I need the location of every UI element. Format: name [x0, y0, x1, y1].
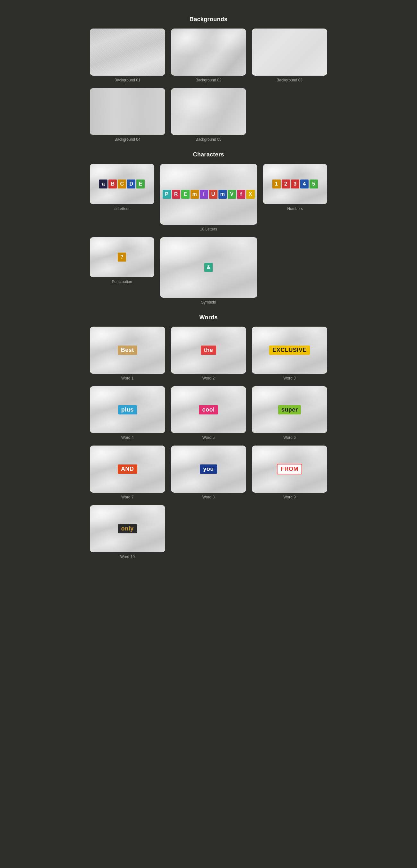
- char-thumbnail[interactable]: 12345: [263, 164, 328, 204]
- item-label: Word 10: [120, 555, 135, 559]
- item-label: Background 01: [115, 78, 141, 82]
- section-grid: Background 01Background 02Background 03B…: [90, 29, 327, 142]
- char-block: P: [162, 190, 171, 199]
- word-thumbnail[interactable]: you: [171, 445, 246, 493]
- word-thumbnail[interactable]: FROM: [252, 445, 327, 493]
- grid-item[interactable]: FROMWord 9: [252, 445, 327, 499]
- word-thumbnail[interactable]: Best: [90, 327, 165, 374]
- char-block: 5: [309, 180, 318, 188]
- char-block: R: [172, 190, 180, 199]
- grid-item[interactable]: &Symbols: [160, 237, 257, 305]
- item-label: Background 05: [196, 137, 222, 142]
- char-block: E: [181, 190, 189, 199]
- grid-item[interactable]: PREmiUmVfX10 Letters: [160, 164, 257, 231]
- char-block: &: [204, 263, 213, 272]
- word-thumbnail[interactable]: cool: [171, 386, 246, 433]
- bg-thumbnail[interactable]: [252, 29, 327, 75]
- bg-thumbnail[interactable]: [171, 88, 246, 135]
- char-block: ?: [118, 253, 126, 261]
- item-label: Word 4: [121, 435, 133, 440]
- item-label: Word 3: [283, 376, 295, 380]
- grid-item[interactable]: Background 03: [252, 29, 327, 82]
- item-label: 10 Letters: [200, 227, 217, 231]
- word-badge: Best: [118, 345, 137, 355]
- item-label: Word 5: [202, 435, 215, 440]
- grid-item[interactable]: Background 01: [90, 29, 165, 82]
- char-block: f: [237, 190, 245, 199]
- char-block: 3: [291, 180, 299, 188]
- item-label: Word 1: [121, 376, 133, 380]
- bg-thumbnail[interactable]: [171, 29, 246, 75]
- grid-item[interactable]: aBCDE5 Letters: [90, 164, 154, 231]
- item-label: Background 04: [115, 137, 141, 142]
- char-block: U: [209, 190, 217, 199]
- grid-item[interactable]: BestWord 1: [90, 327, 165, 380]
- grid-item[interactable]: coolWord 5: [171, 386, 246, 440]
- word-badge: FROM: [277, 464, 302, 474]
- char-block: m: [190, 190, 199, 199]
- item-label: Word 6: [283, 435, 295, 440]
- section-title: Backgrounds: [3, 16, 414, 23]
- char-block: D: [127, 180, 136, 188]
- char-block: V: [228, 190, 236, 199]
- word-thumbnail[interactable]: EXCLUSIVE: [252, 327, 327, 374]
- grid-item[interactable]: 12345Numbers: [263, 164, 328, 231]
- char-block: C: [118, 180, 126, 188]
- char-block: X: [246, 190, 255, 199]
- bg-thumbnail[interactable]: [90, 29, 165, 75]
- word-badge: you: [200, 464, 217, 474]
- item-label: Background 02: [196, 78, 222, 82]
- char-thumbnail[interactable]: aBCDE: [90, 164, 154, 204]
- word-badge: plus: [118, 405, 137, 414]
- word-thumbnail[interactable]: super: [252, 386, 327, 433]
- word-badge: cool: [199, 405, 218, 414]
- item-label: Word 9: [283, 495, 295, 499]
- char-block: 2: [281, 180, 290, 188]
- grid-item[interactable]: theWord 2: [171, 327, 246, 380]
- char-block: E: [136, 180, 145, 188]
- word-badge: the: [201, 345, 216, 355]
- word-thumbnail[interactable]: only: [90, 505, 165, 552]
- word-badge: only: [118, 524, 137, 533]
- grid-item[interactable]: EXCLUSIVEWord 3: [252, 327, 327, 380]
- grid-item[interactable]: Background 02: [171, 29, 246, 82]
- word-badge: AND: [118, 464, 137, 474]
- grid-item[interactable]: superWord 6: [252, 386, 327, 440]
- item-label: 5 Letters: [115, 207, 129, 211]
- char-block: i: [200, 190, 208, 199]
- char-thumbnail[interactable]: ?: [90, 237, 154, 277]
- grid-item[interactable]: ANDWord 7: [90, 445, 165, 499]
- word-thumbnail[interactable]: AND: [90, 445, 165, 493]
- word-badge: EXCLUSIVE: [269, 345, 310, 355]
- section-title: Characters: [3, 151, 414, 158]
- app-container: BackgroundsBackground 01Background 02Bac…: [3, 16, 414, 559]
- word-badge: super: [278, 405, 301, 414]
- section-grid: aBCDE5 LettersPREmiUmVfX10 Letters12345N…: [90, 164, 327, 305]
- item-label: Numbers: [287, 207, 303, 211]
- char-block: B: [109, 180, 117, 188]
- word-thumbnail[interactable]: the: [171, 327, 246, 374]
- item-label: Word 8: [202, 495, 215, 499]
- bg-thumbnail[interactable]: [90, 88, 165, 135]
- char-block: 4: [300, 180, 308, 188]
- char-thumbnail[interactable]: PREmiUmVfX: [160, 164, 257, 224]
- word-thumbnail[interactable]: plus: [90, 386, 165, 433]
- item-label: Word 7: [121, 495, 133, 499]
- section-grid: BestWord 1theWord 2EXCLUSIVEWord 3plusWo…: [90, 327, 327, 559]
- char-block: 1: [272, 180, 281, 188]
- grid-item[interactable]: youWord 8: [171, 445, 246, 499]
- grid-item[interactable]: Background 05: [171, 88, 246, 142]
- item-label: Punctuation: [112, 279, 132, 284]
- char-block: a: [99, 180, 108, 188]
- section-title: Words: [3, 314, 414, 321]
- grid-item[interactable]: ?Punctuation: [90, 237, 154, 305]
- grid-item[interactable]: onlyWord 10: [90, 505, 165, 559]
- item-label: Symbols: [201, 300, 216, 305]
- grid-item[interactable]: Background 04: [90, 88, 165, 142]
- char-block: m: [218, 190, 227, 199]
- char-thumbnail[interactable]: &: [160, 237, 257, 298]
- item-label: Word 2: [202, 376, 215, 380]
- grid-item[interactable]: plusWord 4: [90, 386, 165, 440]
- item-label: Background 03: [276, 78, 302, 82]
